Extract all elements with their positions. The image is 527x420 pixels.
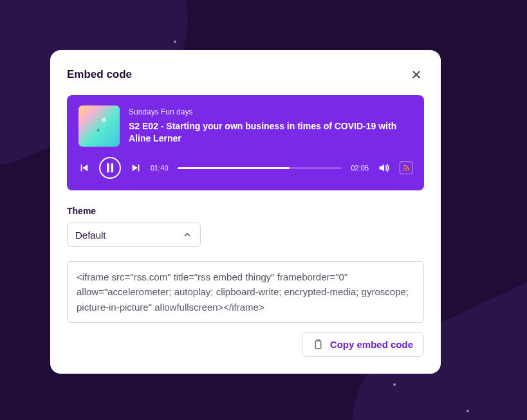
- rss-button[interactable]: [400, 161, 412, 174]
- svg-rect-5: [138, 165, 140, 172]
- svg-rect-2: [81, 165, 82, 172]
- volume-icon: [378, 161, 391, 174]
- episode-thumbnail: [79, 105, 120, 147]
- episode-title: S2 E02 - Starting your own business in t…: [129, 120, 412, 145]
- copy-button-label: Copy embed code: [330, 339, 413, 350]
- show-name: Sundays Fun days: [129, 107, 412, 116]
- embed-code-modal: Embed code Sundays Fun days S2 E02 - Sta…: [50, 50, 441, 374]
- volume-button[interactable]: [378, 161, 391, 174]
- theme-selected: Default: [75, 230, 106, 241]
- theme-label: Theme: [67, 206, 424, 216]
- next-button[interactable]: [130, 162, 142, 174]
- theme-select[interactable]: Default: [67, 223, 201, 247]
- previous-button[interactable]: [79, 162, 90, 174]
- progress-fill: [178, 167, 290, 169]
- svg-rect-7: [315, 341, 321, 349]
- chevron-up-icon: [182, 230, 192, 240]
- skip-back-icon: [79, 163, 89, 173]
- current-time: 01:40: [151, 164, 169, 172]
- progress-track[interactable]: [178, 167, 342, 169]
- pause-icon: [106, 163, 114, 172]
- close-button[interactable]: [409, 67, 424, 82]
- modal-title: Embed code: [67, 68, 132, 81]
- pause-button[interactable]: [99, 157, 121, 179]
- copy-embed-button[interactable]: Copy embed code: [302, 332, 424, 357]
- svg-rect-3: [107, 163, 109, 172]
- close-icon: [411, 69, 422, 80]
- modal-header: Embed code: [67, 67, 424, 82]
- audio-player: Sundays Fun days S2 E02 - Starting your …: [67, 95, 424, 190]
- rss-icon: [402, 164, 411, 172]
- clipboard-icon: [313, 339, 324, 350]
- total-time: 02:05: [351, 164, 369, 172]
- svg-rect-4: [111, 163, 114, 172]
- skip-forward-icon: [131, 163, 141, 173]
- embed-code-box[interactable]: <iframe src="rss.com" title="rss embed t…: [67, 261, 424, 323]
- svg-point-6: [403, 170, 404, 171]
